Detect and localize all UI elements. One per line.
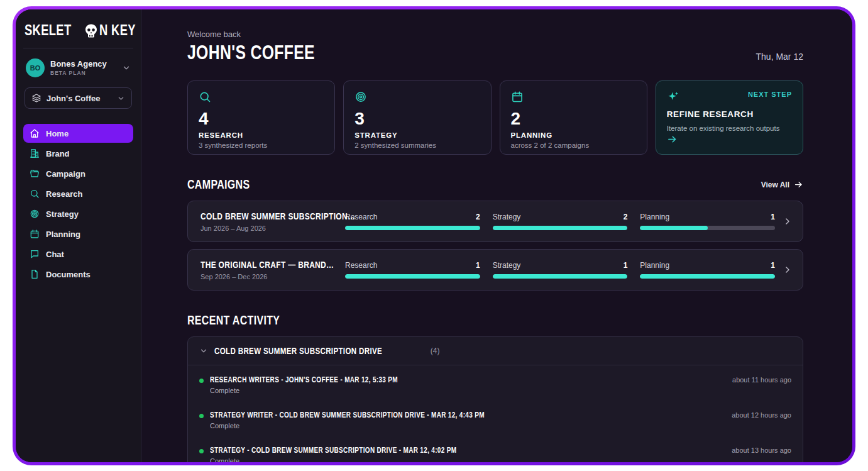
activity-item[interactable]: RESEARCH WRITERS - JOHN'S COFFEE - MAR 1… [188, 365, 803, 401]
sidebar-item-campaign[interactable]: Campaign [23, 164, 133, 183]
progress-bar-value: 2 [624, 213, 628, 221]
workspace-selector[interactable]: John's Coffee [25, 87, 132, 109]
activity-title: RESEARCH WRITERS - JOHN'S COFFEE - MAR 1… [210, 375, 398, 384]
chevron-down-icon [199, 346, 208, 355]
sidebar-item-research[interactable]: Research [23, 184, 133, 203]
stats-row: 4 RESEARCH 3 synthesized reports 3 STRAT… [187, 80, 803, 155]
logo-text-prefix: SKELET [25, 22, 72, 39]
progress-bar-group: Planning 1 [640, 261, 775, 279]
stat-subtext: 3 synthesized reports [199, 141, 324, 149]
arrow-right-icon[interactable] [667, 134, 792, 145]
progress-bar-track [345, 274, 480, 279]
app-logo: SKELET N KEY [23, 18, 133, 48]
progress-bar-label: Strategy [493, 213, 521, 221]
stat-value: 2 [511, 109, 636, 129]
logo-text-suffix: N KEY [99, 22, 136, 39]
app-window-frame: SKELET N KEY BO Bones Agency BETA PLAN [13, 6, 855, 465]
org-avatar: BO [26, 58, 45, 77]
progress-bar-track [345, 226, 480, 230]
search-icon [30, 189, 40, 199]
home-icon [30, 128, 40, 138]
calendar-icon [30, 229, 40, 239]
document-icon [30, 269, 40, 279]
view-all-label: View All [761, 180, 789, 189]
activity-item[interactable]: STRATEGY - COLD BREW SUMMER SUBSCRIPTION… [188, 436, 803, 462]
campaign-progress-bars: Research 2 Strategy 2 Planning 1 [345, 213, 775, 230]
skull-icon [84, 23, 99, 38]
campaigns-section-header: CAMPAIGNS View All [187, 177, 803, 192]
stat-card-research[interactable]: 4 RESEARCH 3 synthesized reports [187, 80, 335, 155]
welcome-text: Welcome back [187, 30, 803, 39]
arrow-right-icon [794, 180, 803, 189]
chevron-down-icon [122, 64, 131, 72]
sidebar-item-strategy[interactable]: Strategy [23, 204, 133, 223]
chevron-down-icon [117, 94, 125, 103]
progress-bar-fill [640, 226, 707, 230]
activity-status: Complete [210, 422, 719, 429]
progress-bar-label: Planning [640, 261, 669, 270]
main-content: Welcome back JOHN'S COFFEE Thu, Mar 12 4… [141, 9, 852, 462]
sidebar-item-brand[interactable]: Brand [23, 144, 133, 163]
stat-value: 4 [199, 109, 324, 129]
activity-list: RESEARCH WRITERS - JOHN'S COFFEE - MAR 1… [188, 365, 803, 462]
activity-item[interactable]: STRATEGY WRITER - COLD BREW SUMMER SUBSC… [188, 401, 803, 436]
progress-bar-track [493, 274, 628, 279]
activity-title: STRATEGY WRITER - COLD BREW SUMMER SUBSC… [210, 411, 485, 419]
sidebar: SKELET N KEY BO Bones Agency BETA PLAN [16, 9, 141, 462]
chevron-right-icon[interactable] [783, 216, 793, 226]
progress-bar-fill [345, 226, 480, 230]
sidebar-item-home[interactable]: Home [23, 124, 133, 143]
progress-bar-fill [640, 274, 775, 279]
stat-label: STRATEGY [354, 131, 480, 139]
next-step-card[interactable]: NEXT STEP REFINE RESEARCH Iterate on exi… [656, 80, 803, 155]
activity-group-title: COLD BREW SUMMER SUBSCRIPTION DRIVE [214, 346, 382, 356]
target-icon [354, 91, 367, 103]
next-step-description: Iterate on existing research outputs [667, 125, 792, 132]
status-dot-icon [199, 449, 204, 453]
progress-bar-fill [493, 274, 628, 279]
activity-heading: RECENT ACTIVITY [187, 313, 280, 328]
next-step-badge: NEXT STEP [748, 91, 792, 98]
chevron-right-icon[interactable] [783, 265, 793, 275]
stat-label: PLANNING [511, 131, 636, 139]
view-all-button[interactable]: View All [761, 180, 803, 189]
app-window: SKELET N KEY BO Bones Agency BETA PLAN [16, 9, 852, 462]
activity-timestamp: about 13 hours ago [732, 444, 791, 454]
progress-bar-value: 1 [771, 261, 775, 270]
search-icon [199, 91, 211, 103]
activity-panel: COLD BREW SUMMER SUBSCRIPTION DRIVE (4) … [187, 336, 803, 462]
sidebar-item-planning[interactable]: Planning [23, 224, 133, 243]
sidebar-item-chat[interactable]: Chat [23, 245, 133, 263]
progress-bar-label: Research [345, 261, 377, 270]
next-step-title: REFINE RESEARCH [667, 109, 792, 119]
campaign-row[interactable]: THE ORIGINAL CRAFT — BRAND… Sep 2026 – D… [187, 249, 803, 291]
progress-bar-group: Strategy 2 [493, 213, 628, 230]
progress-bar-group: Research 1 [345, 261, 480, 279]
stat-subtext: across 2 of 2 campaigns [511, 141, 636, 149]
progress-bar-fill [345, 274, 480, 279]
folder-icon [30, 169, 40, 179]
org-info: Bones Agency BETA PLAN [50, 60, 116, 77]
stat-card-planning[interactable]: 2 PLANNING across 2 of 2 campaigns [500, 80, 647, 155]
campaign-row[interactable]: COLD BREW SUMMER SUBSCRIPTION… Jun 2026 … [187, 201, 803, 242]
campaign-list: COLD BREW SUMMER SUBSCRIPTION… Jun 2026 … [187, 201, 803, 291]
activity-status: Complete [210, 457, 719, 462]
sidebar-item-documents[interactable]: Documents [23, 265, 133, 284]
campaign-progress-bars: Research 1 Strategy 1 Planning 1 [345, 261, 775, 279]
campaign-title: THE ORIGINAL CRAFT — BRAND… [201, 259, 334, 270]
next-step-top: NEXT STEP [667, 91, 792, 103]
stat-label: RESEARCH [199, 131, 324, 139]
activity-group-count: (4) [431, 346, 440, 355]
status-dot-icon [199, 379, 204, 383]
date-label: Thu, Mar 12 [756, 52, 803, 64]
progress-bar-fill [493, 226, 628, 230]
chat-icon [30, 249, 40, 259]
stat-value: 3 [354, 109, 480, 129]
org-switcher[interactable]: BO Bones Agency BETA PLAN [23, 48, 133, 86]
activity-title: STRATEGY - COLD BREW SUMMER SUBSCRIPTION… [210, 446, 456, 455]
campaign-dates: Jun 2026 – Aug 2026 [201, 224, 345, 232]
activity-timestamp: about 11 hours ago [732, 374, 791, 384]
stat-card-strategy[interactable]: 3 STRATEGY 2 synthesized summaries [343, 80, 491, 155]
activity-group-header[interactable]: COLD BREW SUMMER SUBSCRIPTION DRIVE (4) [188, 337, 803, 365]
layers-icon [31, 93, 41, 103]
